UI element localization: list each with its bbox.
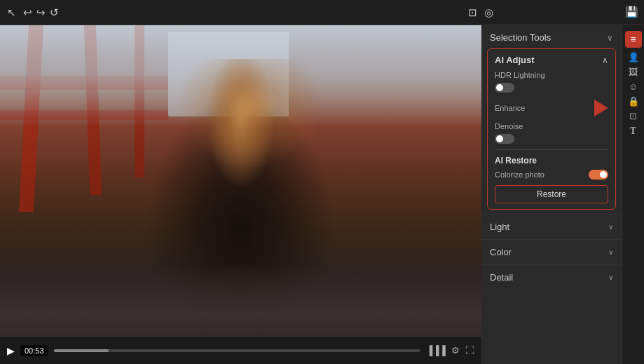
right-panel: ≡ 👤 🖼 ☺ 🔒 ⊡ T Selection Tools ∨ AI Adjus… bbox=[481, 25, 644, 364]
hdr-label: HDR Lightning bbox=[495, 71, 608, 79]
play-button[interactable]: ▶ bbox=[7, 345, 15, 356]
denoise-section: Denoise bbox=[495, 122, 608, 144]
colorize-toggle[interactable] bbox=[589, 170, 608, 180]
undo-button[interactable]: ↩ bbox=[23, 6, 32, 19]
ai-adjust-header: AI Adjust ∧ bbox=[495, 55, 608, 65]
time-badge: 00:53 bbox=[20, 345, 48, 356]
side-icon-bar: ≡ 👤 🖼 ☺ 🔒 ⊡ T bbox=[622, 25, 644, 364]
ai-adjust-panel: AI Adjust ∧ HDR Lightning Enhance bbox=[487, 48, 616, 210]
enhance-label: Enhance bbox=[495, 104, 525, 112]
split-view-icon[interactable]: ⊡ bbox=[468, 6, 477, 19]
denoise-label: Denoise bbox=[495, 122, 608, 130]
restore-button[interactable]: Restore bbox=[495, 185, 608, 203]
settings-bottom-icon[interactable]: ⚙ bbox=[451, 345, 460, 356]
enhance-play-button[interactable] bbox=[594, 100, 608, 116]
selection-tools-header[interactable]: Selection Tools ∨ bbox=[481, 25, 622, 48]
crop-panel-icon[interactable]: ⊡ bbox=[629, 111, 637, 121]
color-section[interactable]: Color ∨ bbox=[481, 239, 622, 264]
bottom-right-controls: ▐▐▐ ⚙ ⛶ bbox=[426, 345, 474, 356]
filters-icon[interactable]: ≡ bbox=[625, 31, 642, 48]
colorize-row: Colorize photo bbox=[495, 170, 608, 180]
hdr-toggle-row bbox=[495, 83, 608, 93]
light-label: Light bbox=[490, 222, 509, 232]
colorize-label: Colorize photo bbox=[495, 170, 544, 179]
ai-adjust-title: AI Adjust bbox=[495, 55, 535, 65]
hdr-section: HDR Lightning bbox=[495, 71, 608, 93]
text-icon[interactable]: T bbox=[630, 126, 636, 137]
save-icon[interactable]: 💾 bbox=[625, 6, 638, 18]
color-chevron: ∨ bbox=[608, 248, 613, 256]
image-icon[interactable]: 🖼 bbox=[629, 67, 638, 77]
detail-section[interactable]: Detail ∨ bbox=[481, 264, 622, 290]
hdr-toggle[interactable] bbox=[495, 83, 514, 93]
detail-chevron: ∨ bbox=[608, 274, 613, 281]
emoji-icon[interactable]: ☺ bbox=[629, 81, 638, 92]
photo-area: ▶ 00:53 ▐▐▐ ⚙ ⛶ bbox=[0, 25, 481, 364]
denoise-toggle-row bbox=[495, 134, 608, 144]
redo-button[interactable]: ↪ bbox=[36, 6, 46, 19]
selection-tools-label: Selection Tools bbox=[490, 32, 551, 43]
detail-label: Detail bbox=[490, 272, 513, 283]
cursor-icon: ↖ bbox=[7, 6, 16, 19]
divider bbox=[495, 149, 608, 150]
ai-restore-title: AI Restore bbox=[495, 156, 608, 166]
color-label: Color bbox=[490, 247, 512, 257]
denoise-toggle[interactable] bbox=[495, 134, 514, 144]
ai-adjust-chevron[interactable]: ∧ bbox=[602, 55, 608, 65]
selection-tools-chevron: ∨ bbox=[607, 33, 613, 43]
lock-icon[interactable]: 🔒 bbox=[628, 96, 639, 107]
light-chevron: ∨ bbox=[608, 223, 613, 231]
timeline-bar[interactable] bbox=[54, 349, 421, 352]
enhance-row: Enhance bbox=[495, 100, 608, 116]
volume-icon[interactable]: ▐▐▐ bbox=[426, 345, 446, 356]
fullscreen-bottom-icon[interactable]: ⛶ bbox=[465, 345, 474, 356]
refresh-button[interactable]: ↺ bbox=[50, 6, 59, 19]
light-section[interactable]: Light ∨ bbox=[481, 214, 622, 239]
person-icon[interactable]: 👤 bbox=[628, 52, 639, 62]
fullscreen-icon[interactable]: ◎ bbox=[484, 6, 493, 19]
